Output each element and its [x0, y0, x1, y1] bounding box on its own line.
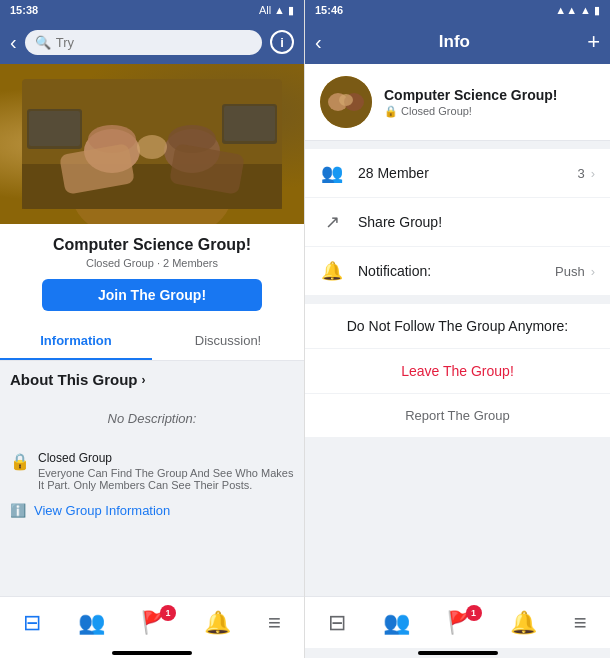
notification-bell-icon: 🔔 — [320, 260, 344, 282]
svg-rect-1 — [22, 164, 282, 209]
svg-point-6 — [137, 135, 167, 159]
join-group-button[interactable]: Join The Group! — [42, 279, 261, 311]
privacy-text: Closed Group Everyone Can Find The Group… — [38, 451, 294, 491]
right-battery-icon: ▮ — [594, 4, 600, 17]
share-icon: ↗ — [320, 211, 344, 233]
left-content: About This Group › No Description: 🔒 Clo… — [0, 361, 304, 596]
left-header: ‹ 🔍 i — [0, 20, 304, 64]
right-header-title: Info — [439, 32, 470, 52]
members-chevron-icon: › — [591, 166, 595, 181]
home-icon: ⊟ — [23, 610, 41, 636]
right-back-button[interactable]: ‹ — [315, 31, 322, 54]
members-icon: 👥 — [320, 162, 344, 184]
left-bottom-nav: ⊟ 👥 🚩 1 🔔 ≡ — [0, 596, 304, 648]
right-menu-icon: ≡ — [574, 610, 587, 636]
no-description: No Description: — [10, 396, 294, 441]
right-group-name: Computer Science Group! — [384, 87, 557, 103]
about-section-title: About This Group › — [10, 371, 294, 388]
nav-menu[interactable]: ≡ — [260, 605, 289, 641]
nav-notifications[interactable]: 🚩 1 — [133, 605, 176, 641]
right-header: ‹ Info + — [305, 20, 610, 64]
right-wifi-icon: ▲ — [580, 4, 591, 16]
right-nav-menu[interactable]: ≡ — [566, 605, 595, 641]
right-panel: 15:46 ▲▲ ▲ ▮ ‹ Info + Computer Science G… — [305, 0, 610, 658]
avatar-image — [320, 76, 372, 128]
bell-icon: 🔔 — [204, 610, 231, 636]
nav-bell[interactable]: 🔔 — [196, 605, 239, 641]
tabs-row: Information Discussion! — [0, 323, 304, 361]
nav-home[interactable]: ⊟ — [15, 605, 49, 641]
view-group-info-button[interactable]: ℹ️ View Group Information — [10, 503, 294, 518]
info-button[interactable]: i — [270, 30, 294, 54]
friends-icon: 👥 — [78, 610, 105, 636]
right-nav-friends[interactable]: 👥 — [375, 605, 418, 641]
left-search-bar[interactable]: 🔍 — [25, 30, 262, 55]
right-signal-icon: ▲▲ — [555, 4, 577, 16]
search-icon: 🔍 — [35, 35, 51, 50]
battery-icon: ▮ — [288, 4, 294, 17]
right-group-status: 🔒 Closed Group! — [384, 105, 557, 118]
report-group-action[interactable]: Report The Group — [305, 394, 610, 438]
group-info-section: Computer Science Group! Closed Group · 2… — [0, 224, 304, 323]
left-status-icons: All ▲ ▮ — [259, 4, 294, 17]
signal-icon: All — [259, 4, 271, 16]
right-friends-icon: 👥 — [383, 610, 410, 636]
left-home-indicator — [112, 651, 192, 655]
search-input[interactable] — [56, 35, 252, 50]
svg-point-16 — [339, 94, 353, 106]
about-chevron-icon: › — [141, 373, 145, 387]
right-home-indicator — [418, 651, 498, 655]
left-back-button[interactable]: ‹ — [10, 31, 17, 54]
group-meta: Closed Group · 2 Members — [15, 257, 289, 269]
menu-item-share[interactable]: ↗ Share Group! — [305, 198, 610, 247]
lock-small-icon: 🔒 — [384, 105, 398, 118]
menu-item-notifications[interactable]: 🔔 Notification: Push › — [305, 247, 610, 296]
unfollow-action[interactable]: Do Not Follow The Group Anymore: — [305, 304, 610, 349]
left-time: 15:38 — [10, 4, 38, 16]
left-panel: 15:38 All ▲ ▮ ‹ 🔍 i — [0, 0, 305, 658]
right-bottom-nav: ⊟ 👥 🚩 1 🔔 ≡ — [305, 596, 610, 648]
right-group-info: Computer Science Group! 🔒 Closed Group! — [384, 87, 557, 118]
svg-rect-10 — [29, 111, 80, 146]
menu-item-members[interactable]: 👥 28 Member 3 › — [305, 149, 610, 198]
right-bell-icon: 🔔 — [510, 610, 537, 636]
group-name: Computer Science Group! — [15, 236, 289, 254]
tab-information[interactable]: Information — [0, 323, 152, 360]
right-status-icons: ▲▲ ▲ ▮ — [555, 4, 600, 17]
action-section: Do Not Follow The Group Anymore: Leave T… — [305, 304, 610, 438]
lock-icon: 🔒 — [10, 452, 30, 471]
wifi-icon: ▲ — [274, 4, 285, 16]
hero-svg — [22, 79, 282, 209]
group-avatar — [320, 76, 372, 128]
privacy-info-row: 🔒 Closed Group Everyone Can Find The Gro… — [10, 451, 294, 491]
tab-discussion[interactable]: Discussion! — [152, 323, 304, 360]
right-group-header-card: Computer Science Group! 🔒 Closed Group! — [305, 64, 610, 141]
left-status-bar: 15:38 All ▲ ▮ — [0, 0, 304, 20]
svg-rect-12 — [224, 106, 275, 141]
right-time: 15:46 — [315, 4, 343, 16]
right-nav-bell[interactable]: 🔔 — [502, 605, 545, 641]
right-nav-flag[interactable]: 🚩 1 — [439, 605, 482, 641]
right-nav-home[interactable]: ⊟ — [320, 605, 354, 641]
hero-image — [0, 64, 304, 224]
right-status-bar: 15:46 ▲▲ ▲ ▮ — [305, 0, 610, 20]
notification-chevron-icon: › — [591, 264, 595, 279]
nav-friends[interactable]: 👥 — [70, 605, 113, 641]
right-home-icon: ⊟ — [328, 610, 346, 636]
info-circle-icon: ℹ️ — [10, 503, 26, 518]
leave-group-action[interactable]: Leave The Group! — [305, 349, 610, 394]
menu-icon: ≡ — [268, 610, 281, 636]
right-notification-badge: 1 — [466, 605, 482, 621]
right-plus-button[interactable]: + — [587, 29, 600, 55]
right-menu-list: 👥 28 Member 3 › ↗ Share Group! 🔔 Notific… — [305, 149, 610, 296]
notification-badge: 1 — [160, 605, 176, 621]
